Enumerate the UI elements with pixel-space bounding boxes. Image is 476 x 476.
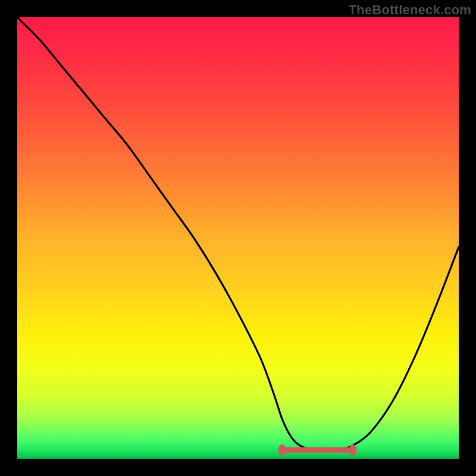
chart-frame: { "watermark": "TheBottleneck.com", "col… bbox=[0, 0, 476, 476]
bottleneck-chart bbox=[0, 0, 476, 476]
plot-background bbox=[17, 17, 459, 459]
watermark-text: TheBottleneck.com bbox=[349, 2, 471, 18]
